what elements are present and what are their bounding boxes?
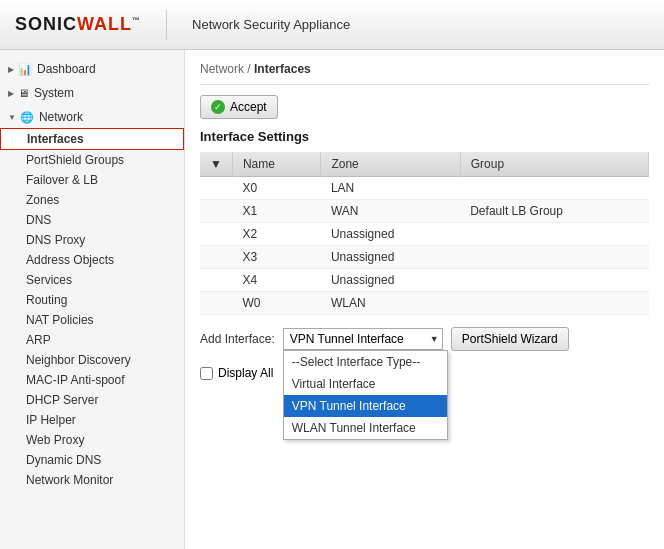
row-zone: Unassigned: [321, 223, 460, 246]
sidebar-item-dns[interactable]: DNS: [0, 210, 184, 230]
row-group: [460, 269, 648, 292]
sidebar-item-mac-ip-anti-spoof[interactable]: MAC-IP Anti-spoof: [0, 370, 184, 390]
dropdown-item-virtual[interactable]: Virtual Interface: [284, 373, 447, 395]
accept-button[interactable]: ✓ Accept: [200, 95, 278, 119]
interface-table: ▼ Name Zone Group X0 LAN X1 WAN Default …: [200, 152, 649, 315]
logo-sonic: SONIC: [15, 14, 77, 34]
portshield-wizard-button[interactable]: PortShield Wizard: [451, 327, 569, 351]
row-name: X2: [232, 223, 321, 246]
app-header: SONICWALL™ Network Security Appliance: [0, 0, 664, 50]
sidebar-item-zones[interactable]: Zones: [0, 190, 184, 210]
system-icon: 🖥: [18, 87, 29, 99]
dashboard-icon: 📊: [18, 63, 32, 76]
dropdown-item-default[interactable]: --Select Interface Type--: [284, 351, 447, 373]
col-zone: Zone: [321, 152, 460, 177]
row-name: X1: [232, 200, 321, 223]
add-interface-label: Add Interface:: [200, 332, 275, 346]
sidebar-label-dashboard: Dashboard: [37, 62, 96, 76]
sidebar-label-network: Network: [39, 110, 83, 124]
sidebar-item-portshield-groups[interactable]: PortShield Groups: [0, 150, 184, 170]
sidebar-item-arp[interactable]: ARP: [0, 330, 184, 350]
sidebar-item-dynamic-dns[interactable]: Dynamic DNS: [0, 450, 184, 470]
row-name: X3: [232, 246, 321, 269]
row-zone: LAN: [321, 177, 460, 200]
sidebar-item-failover-lb[interactable]: Failover & LB: [0, 170, 184, 190]
table-row[interactable]: X4 Unassigned: [200, 269, 649, 292]
arrow-icon: ▶: [8, 89, 14, 98]
row-name: X0: [232, 177, 321, 200]
table-header-row: ▼ Name Zone Group: [200, 152, 649, 177]
interface-type-select[interactable]: --Select Interface Type-- Virtual Interf…: [283, 328, 443, 350]
sidebar-section-network: ▼ 🌐 Network Interfaces PortShield Groups…: [0, 106, 184, 490]
sidebar-item-nat-policies[interactable]: NAT Policies: [0, 310, 184, 330]
row-group: [460, 177, 648, 200]
sidebar-item-neighbor-discovery[interactable]: Neighbor Discovery: [0, 350, 184, 370]
logo-divider: [166, 10, 167, 40]
sidebar-label-system: System: [34, 86, 74, 100]
row-sort: [200, 200, 232, 223]
dropdown-item-vpn[interactable]: VPN Tunnel Interface: [284, 395, 447, 417]
main-layout: ▶ 📊 Dashboard ▶ 🖥 System ▼ 🌐 Network Int…: [0, 50, 664, 549]
row-group: [460, 292, 648, 315]
sidebar-section-dashboard: ▶ 📊 Dashboard: [0, 58, 184, 80]
section-title: Interface Settings: [200, 129, 649, 144]
network-icon: 🌐: [20, 111, 34, 124]
row-zone: WLAN: [321, 292, 460, 315]
table-body: X0 LAN X1 WAN Default LB Group X2 Unassi…: [200, 177, 649, 315]
table-row[interactable]: W0 WLAN: [200, 292, 649, 315]
row-sort: [200, 177, 232, 200]
row-sort: [200, 269, 232, 292]
sidebar: ▶ 📊 Dashboard ▶ 🖥 System ▼ 🌐 Network Int…: [0, 50, 185, 549]
accept-label: Accept: [230, 100, 267, 114]
breadcrumb: Network / Interfaces: [200, 62, 649, 76]
row-sort: [200, 292, 232, 315]
dropdown-menu: --Select Interface Type-- Virtual Interf…: [283, 350, 448, 440]
check-icon: ✓: [211, 100, 225, 114]
arrow-icon: ▼: [8, 113, 16, 122]
sidebar-item-ip-helper[interactable]: IP Helper: [0, 410, 184, 430]
logo: SONICWALL™: [15, 14, 141, 35]
row-name: X4: [232, 269, 321, 292]
breadcrumb-network[interactable]: Network: [200, 62, 244, 76]
sidebar-item-interfaces[interactable]: Interfaces: [0, 128, 184, 150]
table-row[interactable]: X0 LAN: [200, 177, 649, 200]
col-name: Name: [232, 152, 321, 177]
interface-select-wrapper: --Select Interface Type-- Virtual Interf…: [283, 328, 443, 350]
row-zone: WAN: [321, 200, 460, 223]
display-all-checkbox[interactable]: [200, 367, 213, 380]
sidebar-section-system: ▶ 🖥 System: [0, 82, 184, 104]
app-title: Network Security Appliance: [192, 17, 350, 32]
sidebar-item-network[interactable]: ▼ 🌐 Network: [0, 106, 184, 128]
sidebar-item-network-monitor[interactable]: Network Monitor: [0, 470, 184, 490]
row-group: Default LB Group: [460, 200, 648, 223]
display-all-label: Display All: [218, 366, 273, 380]
row-zone: Unassigned: [321, 269, 460, 292]
row-sort: [200, 223, 232, 246]
row-zone: Unassigned: [321, 246, 460, 269]
sidebar-item-dhcp-server[interactable]: DHCP Server: [0, 390, 184, 410]
sidebar-item-system[interactable]: ▶ 🖥 System: [0, 82, 184, 104]
table-row[interactable]: X2 Unassigned: [200, 223, 649, 246]
logo-area: SONICWALL™ Network Security Appliance: [15, 10, 350, 40]
arrow-icon: ▶: [8, 65, 14, 74]
add-interface-row: Add Interface: --Select Interface Type--…: [200, 327, 649, 351]
sidebar-item-dashboard[interactable]: ▶ 📊 Dashboard: [0, 58, 184, 80]
col-group: Group: [460, 152, 648, 177]
sidebar-item-dns-proxy[interactable]: DNS Proxy: [0, 230, 184, 250]
row-group: [460, 246, 648, 269]
row-name: W0: [232, 292, 321, 315]
row-group: [460, 223, 648, 246]
sidebar-item-address-objects[interactable]: Address Objects: [0, 250, 184, 270]
table-row[interactable]: X1 WAN Default LB Group: [200, 200, 649, 223]
table-row[interactable]: X3 Unassigned: [200, 246, 649, 269]
sidebar-item-routing[interactable]: Routing: [0, 290, 184, 310]
row-sort: [200, 246, 232, 269]
dropdown-item-wlan[interactable]: WLAN Tunnel Interface: [284, 417, 447, 439]
main-content: Network / Interfaces ✓ Accept Interface …: [185, 50, 664, 549]
logo-wall: WALL: [77, 14, 132, 34]
sidebar-item-services[interactable]: Services: [0, 270, 184, 290]
sidebar-item-web-proxy[interactable]: Web Proxy: [0, 430, 184, 450]
col-sort: ▼: [200, 152, 232, 177]
page-title: Interfaces: [254, 62, 311, 76]
